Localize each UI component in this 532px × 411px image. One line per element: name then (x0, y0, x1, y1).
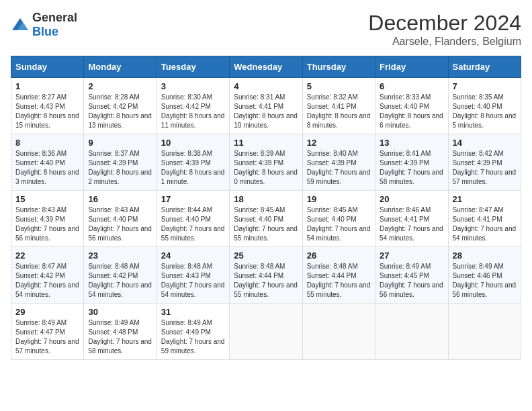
day-info: Sunrise: 8:32 AM Sunset: 4:41 PM Dayligh… (307, 93, 371, 130)
calendar-cell: 22Sunrise: 8:47 AM Sunset: 4:42 PM Dayli… (11, 247, 84, 304)
calendar-cell: 12Sunrise: 8:40 AM Sunset: 4:39 PM Dayli… (302, 134, 375, 191)
day-info: Sunrise: 8:40 AM Sunset: 4:39 PM Dayligh… (307, 149, 371, 187)
day-number: 20 (380, 194, 443, 204)
day-info: Sunrise: 8:48 AM Sunset: 4:43 PM Dayligh… (161, 262, 225, 300)
day-info: Sunrise: 8:43 AM Sunset: 4:39 PM Dayligh… (15, 205, 79, 243)
calendar-cell: 15Sunrise: 8:43 AM Sunset: 4:39 PM Dayli… (11, 191, 84, 247)
calendar-cell: 13Sunrise: 8:41 AM Sunset: 4:39 PM Dayli… (375, 134, 448, 191)
day-number: 21 (453, 194, 517, 204)
day-number: 3 (161, 81, 225, 91)
day-info: Sunrise: 8:30 AM Sunset: 4:42 PM Dayligh… (161, 93, 225, 130)
location-title: Aarsele, Flanders, Belgium (368, 36, 521, 48)
day-number: 17 (161, 194, 225, 204)
day-number: 19 (307, 194, 371, 204)
day-info: Sunrise: 8:43 AM Sunset: 4:40 PM Dayligh… (88, 205, 152, 243)
day-info: Sunrise: 8:38 AM Sunset: 4:39 PM Dayligh… (161, 149, 225, 187)
calendar-cell: 14Sunrise: 8:42 AM Sunset: 4:39 PM Dayli… (448, 134, 521, 191)
day-info: Sunrise: 8:31 AM Sunset: 4:41 PM Dayligh… (234, 93, 298, 130)
day-number: 2 (88, 81, 152, 91)
month-title: December 2024 (368, 11, 521, 36)
day-info: Sunrise: 8:45 AM Sunset: 4:40 PM Dayligh… (307, 205, 371, 243)
day-info: Sunrise: 8:49 AM Sunset: 4:45 PM Dayligh… (380, 262, 443, 300)
calendar-week-row: 8Sunrise: 8:36 AM Sunset: 4:40 PM Daylig… (11, 134, 521, 191)
day-info: Sunrise: 8:33 AM Sunset: 4:40 PM Dayligh… (380, 93, 443, 130)
calendar-cell: 24Sunrise: 8:48 AM Sunset: 4:43 PM Dayli… (157, 247, 229, 304)
day-number: 6 (380, 81, 443, 91)
calendar-cell (230, 304, 302, 360)
calendar-cell: 31Sunrise: 8:49 AM Sunset: 4:49 PM Dayli… (157, 304, 229, 360)
day-number: 5 (307, 81, 371, 91)
day-number: 22 (15, 250, 79, 261)
day-info: Sunrise: 8:49 AM Sunset: 4:46 PM Dayligh… (453, 262, 517, 300)
calendar-week-row: 29Sunrise: 8:49 AM Sunset: 4:47 PM Dayli… (11, 304, 521, 360)
day-info: Sunrise: 8:35 AM Sunset: 4:40 PM Dayligh… (453, 93, 517, 130)
calendar-cell: 4Sunrise: 8:31 AM Sunset: 4:41 PM Daylig… (230, 78, 302, 134)
day-info: Sunrise: 8:49 AM Sunset: 4:47 PM Dayligh… (15, 318, 79, 356)
day-number: 11 (234, 138, 298, 148)
calendar-cell (375, 304, 448, 360)
calendar-cell: 25Sunrise: 8:48 AM Sunset: 4:44 PM Dayli… (230, 247, 302, 304)
weekday-header-saturday: Saturday (448, 56, 521, 78)
day-info: Sunrise: 8:48 AM Sunset: 4:42 PM Dayligh… (88, 262, 152, 300)
calendar-cell: 11Sunrise: 8:39 AM Sunset: 4:39 PM Dayli… (230, 134, 302, 191)
calendar-cell: 18Sunrise: 8:45 AM Sunset: 4:40 PM Dayli… (230, 191, 302, 247)
weekday-header-thursday: Thursday (302, 56, 375, 78)
weekday-header-sunday: Sunday (11, 56, 84, 78)
calendar-cell: 2Sunrise: 8:28 AM Sunset: 4:42 PM Daylig… (84, 78, 157, 134)
day-info: Sunrise: 8:47 AM Sunset: 4:41 PM Dayligh… (453, 205, 517, 243)
day-number: 29 (15, 307, 79, 317)
day-number: 7 (453, 81, 517, 91)
calendar-cell: 21Sunrise: 8:47 AM Sunset: 4:41 PM Dayli… (448, 191, 521, 247)
weekday-header-wednesday: Wednesday (230, 56, 302, 78)
calendar-week-row: 1Sunrise: 8:27 AM Sunset: 4:43 PM Daylig… (11, 78, 521, 134)
day-number: 10 (161, 138, 225, 148)
day-info: Sunrise: 8:39 AM Sunset: 4:39 PM Dayligh… (234, 149, 298, 187)
day-number: 31 (161, 307, 225, 317)
calendar-week-row: 15Sunrise: 8:43 AM Sunset: 4:39 PM Dayli… (11, 191, 521, 247)
title-block: December 2024 Aarsele, Flanders, Belgium (368, 11, 521, 48)
calendar-cell: 27Sunrise: 8:49 AM Sunset: 4:45 PM Dayli… (375, 247, 448, 304)
day-info: Sunrise: 8:28 AM Sunset: 4:42 PM Dayligh… (88, 93, 152, 130)
calendar-cell: 5Sunrise: 8:32 AM Sunset: 4:41 PM Daylig… (302, 78, 375, 134)
calendar-cell: 8Sunrise: 8:36 AM Sunset: 4:40 PM Daylig… (11, 134, 84, 191)
calendar-table: SundayMondayTuesdayWednesdayThursdayFrid… (11, 56, 521, 360)
day-number: 9 (88, 138, 152, 148)
day-number: 1 (15, 81, 79, 91)
calendar-cell: 23Sunrise: 8:48 AM Sunset: 4:42 PM Dayli… (84, 247, 157, 304)
day-number: 13 (380, 138, 443, 148)
calendar-header-row: SundayMondayTuesdayWednesdayThursdayFrid… (11, 56, 521, 78)
day-info: Sunrise: 8:36 AM Sunset: 4:40 PM Dayligh… (15, 149, 79, 187)
day-number: 23 (88, 250, 152, 261)
day-number: 28 (453, 250, 517, 261)
calendar-cell: 20Sunrise: 8:46 AM Sunset: 4:41 PM Dayli… (375, 191, 448, 247)
calendar-cell (302, 304, 375, 360)
weekday-header-tuesday: Tuesday (157, 56, 229, 78)
calendar-cell: 30Sunrise: 8:49 AM Sunset: 4:48 PM Dayli… (84, 304, 157, 360)
day-number: 4 (234, 81, 298, 91)
day-info: Sunrise: 8:44 AM Sunset: 4:40 PM Dayligh… (161, 205, 225, 243)
calendar-cell: 26Sunrise: 8:48 AM Sunset: 4:44 PM Dayli… (302, 247, 375, 304)
calendar-cell: 16Sunrise: 8:43 AM Sunset: 4:40 PM Dayli… (84, 191, 157, 247)
day-number: 25 (234, 250, 298, 261)
calendar-cell: 1Sunrise: 8:27 AM Sunset: 4:43 PM Daylig… (11, 78, 84, 134)
calendar-body: 1Sunrise: 8:27 AM Sunset: 4:43 PM Daylig… (11, 78, 521, 360)
day-number: 24 (161, 250, 225, 261)
day-info: Sunrise: 8:48 AM Sunset: 4:44 PM Dayligh… (234, 262, 298, 300)
day-number: 16 (88, 194, 152, 204)
calendar-cell (448, 304, 521, 360)
logo: General Blue (11, 11, 77, 39)
day-info: Sunrise: 8:49 AM Sunset: 4:49 PM Dayligh… (161, 318, 225, 356)
day-info: Sunrise: 8:41 AM Sunset: 4:39 PM Dayligh… (380, 149, 443, 187)
calendar-cell: 29Sunrise: 8:49 AM Sunset: 4:47 PM Dayli… (11, 304, 84, 360)
page-header: General Blue December 2024 Aarsele, Flan… (11, 11, 521, 48)
day-info: Sunrise: 8:42 AM Sunset: 4:39 PM Dayligh… (453, 149, 517, 187)
day-number: 30 (88, 307, 152, 317)
calendar-cell: 10Sunrise: 8:38 AM Sunset: 4:39 PM Dayli… (157, 134, 229, 191)
day-number: 14 (453, 138, 517, 148)
day-number: 8 (15, 138, 79, 148)
day-number: 12 (307, 138, 371, 148)
logo-text: General Blue (32, 11, 77, 39)
weekday-header-monday: Monday (84, 56, 157, 78)
day-info: Sunrise: 8:49 AM Sunset: 4:48 PM Dayligh… (88, 318, 152, 356)
logo-icon (11, 17, 30, 33)
